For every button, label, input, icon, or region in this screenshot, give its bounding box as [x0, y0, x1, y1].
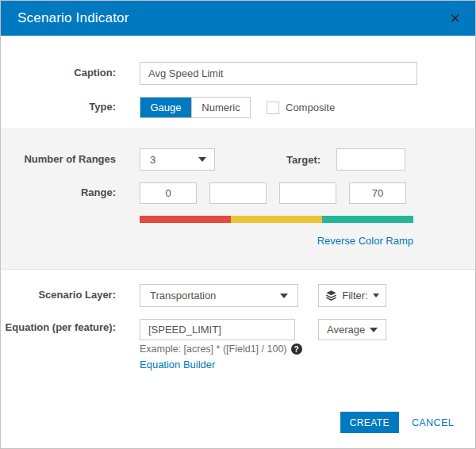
ranges-panel: Number of Ranges 3 Target: Range: Revers… [1, 129, 475, 270]
equation-row: Equation (per feature): Average [1, 319, 475, 340]
range-input-3[interactable] [279, 182, 336, 204]
cancel-button[interactable]: CANCEL [412, 417, 454, 428]
composite-label: Composite [286, 102, 335, 113]
aggregation-select[interactable]: Average [318, 319, 386, 340]
type-option-gauge[interactable]: Gauge [140, 98, 191, 117]
number-of-ranges-value: 3 [150, 154, 155, 166]
close-icon[interactable]: ✕ [450, 12, 461, 25]
reverse-color-ramp-row: Reverse Color Ramp [140, 233, 413, 248]
chevron-down-icon [373, 294, 379, 297]
equation-builder-link[interactable]: Equation Builder [140, 359, 215, 370]
filter-button-label: Filter: [342, 290, 368, 301]
scenario-layer-row: Scenario Layer: Transportation Filter: [1, 284, 475, 307]
target-label: Target: [286, 154, 321, 166]
color-ramp [140, 216, 413, 223]
number-of-ranges-row: Number of Ranges 3 Target: [1, 148, 475, 171]
scenario-layer-label: Scenario Layer: [1, 289, 116, 302]
number-of-ranges-label: Number of Ranges [1, 153, 116, 167]
caption-input[interactable] [140, 62, 417, 85]
chevron-down-icon [198, 157, 206, 162]
filter-button[interactable]: Filter: [318, 284, 386, 307]
equation-builder-row: Equation Builder [140, 357, 475, 371]
type-segmented-control: Gauge Numeric [140, 97, 251, 118]
composite-checkbox[interactable] [267, 102, 279, 114]
dialog-footer: CREATE CANCEL [340, 412, 454, 433]
type-option-numeric[interactable]: Numeric [191, 98, 250, 117]
color-ramp-segment-red [140, 216, 231, 223]
target-input[interactable] [336, 148, 405, 171]
equation-example-text: Example: [acres] * ([Field1] / 100) [140, 343, 287, 355]
type-row: Type: Gauge Numeric Composite [1, 97, 475, 118]
equation-input[interactable] [140, 319, 295, 340]
color-ramp-segment-yellow [231, 216, 322, 223]
color-ramp-segment-green [322, 216, 413, 223]
dialog-header: Scenario Indicator ✕ [1, 1, 475, 36]
caption-label: Caption: [1, 67, 116, 80]
equation-example-row: Example: [acres] * ([Field1] / 100) ? [140, 343, 475, 355]
range-input-2[interactable] [209, 182, 267, 204]
type-label: Type: [1, 101, 116, 114]
help-icon[interactable]: ? [291, 343, 302, 355]
scenario-indicator-dialog: Scenario Indicator ✕ Caption: Type: Gaug… [0, 0, 476, 449]
reverse-color-ramp-link[interactable]: Reverse Color Ramp [317, 235, 413, 247]
number-of-ranges-select[interactable]: 3 [140, 148, 215, 171]
caption-row: Caption: [1, 62, 475, 85]
create-button[interactable]: CREATE [340, 412, 399, 433]
aggregation-value: Average [327, 324, 365, 336]
range-row: Range: [1, 182, 475, 204]
equation-label: Equation (per feature): [1, 321, 116, 335]
chevron-down-icon [280, 294, 288, 298]
scenario-layer-value: Transportation [150, 290, 216, 301]
layers-icon [325, 290, 337, 301]
range-input-1[interactable] [140, 182, 197, 204]
range-input-4[interactable] [349, 182, 406, 204]
range-label: Range: [1, 186, 116, 200]
dialog-title: Scenario Indicator [17, 10, 129, 26]
scenario-layer-select[interactable]: Transportation [140, 284, 298, 307]
chevron-down-icon [370, 328, 378, 332]
